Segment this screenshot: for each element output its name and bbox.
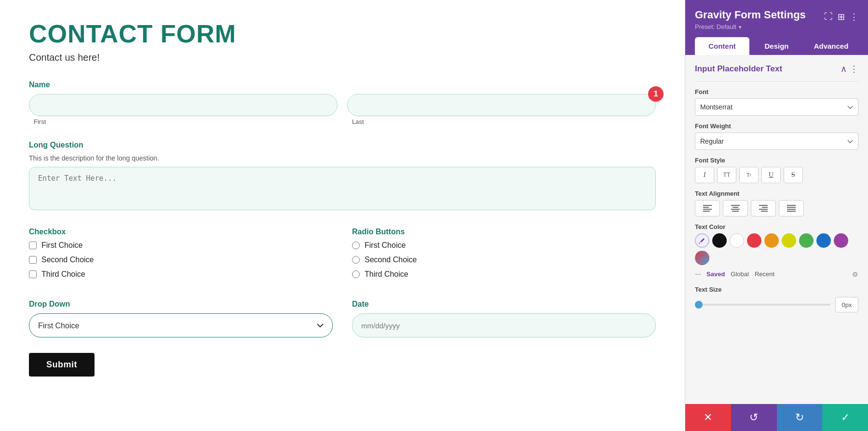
sidebar-preset[interactable]: Preset: Default — [695, 23, 806, 30]
dropdown-select[interactable]: First Choice Second Choice Third Choice — [29, 313, 333, 337]
checkbox-item-3[interactable]: Third Choice — [29, 270, 333, 279]
section-menu-icon[interactable]: ⋮ — [850, 64, 858, 74]
svg-rect-15 — [787, 211, 796, 212]
align-center-btn[interactable] — [723, 200, 748, 216]
color-black[interactable] — [712, 233, 727, 248]
color-tab-recent[interactable]: Recent — [755, 270, 774, 278]
long-question-input[interactable] — [29, 167, 656, 210]
color-red[interactable] — [747, 233, 761, 248]
checkbox-input-2[interactable] — [29, 256, 37, 264]
color-purple[interactable] — [834, 233, 848, 248]
align-left-btn[interactable] — [695, 200, 720, 216]
divider-1 — [695, 81, 858, 81]
long-question-desc: This is the description for the long que… — [29, 154, 656, 162]
color-blue[interactable] — [816, 233, 831, 248]
dropdown-label: Drop Down — [29, 300, 333, 309]
date-section: Date — [352, 300, 656, 337]
style-italic-btn[interactable]: I — [695, 167, 714, 183]
radio-input-1[interactable] — [352, 242, 360, 249]
text-alignment-label: Text Alignment — [695, 190, 858, 197]
font-style-row: I TT Tr U S — [695, 167, 858, 183]
confirm-button[interactable]: ✓ — [822, 404, 868, 431]
checkbox-choice-3-label: Third Choice — [41, 270, 85, 279]
sidebar-icon-expand[interactable]: ⛶ — [824, 12, 833, 22]
text-size-slider[interactable] — [695, 304, 830, 306]
style-smallcaps-btn[interactable]: Tr — [739, 167, 759, 183]
svg-rect-13 — [787, 207, 796, 208]
color-yellow[interactable] — [782, 233, 796, 248]
tab-design[interactable]: Design — [749, 37, 804, 55]
date-input[interactable] — [352, 313, 656, 337]
font-label: Font — [695, 88, 858, 95]
first-name-field: First — [29, 94, 338, 125]
align-right-btn[interactable] — [751, 200, 776, 216]
svg-rect-3 — [703, 211, 710, 212]
reset-button[interactable]: ↺ — [731, 404, 777, 431]
text-size-value: 0px — [835, 297, 858, 312]
sidebar: Gravity Form Settings Preset: Default ⛶ … — [685, 0, 868, 431]
collapse-icon[interactable]: ∧ — [841, 64, 847, 74]
sidebar-icon-dots[interactable]: ⋮ — [850, 12, 858, 22]
dropdown-section: Drop Down First Choice Second Choice Thi… — [29, 300, 333, 337]
checkbox-choice-1-label: First Choice — [41, 241, 82, 250]
color-orange[interactable] — [764, 233, 779, 248]
form-area: CONTACT FORM Contact us here! Name First… — [0, 0, 685, 431]
first-name-input[interactable] — [29, 94, 338, 116]
color-tabs: ··· Saved Global Recent ⚙ — [695, 269, 858, 279]
svg-rect-11 — [761, 211, 768, 212]
style-allcaps-btn[interactable]: TT — [717, 167, 736, 183]
long-question-section: Long Question This is the description fo… — [29, 141, 656, 212]
cancel-button[interactable]: ✕ — [685, 404, 731, 431]
style-strikethrough-btn[interactable]: S — [784, 167, 803, 183]
checkbox-input-1[interactable] — [29, 242, 37, 249]
sidebar-title: Gravity Form Settings — [695, 9, 806, 21]
submit-button[interactable]: Submit — [29, 353, 95, 377]
svg-rect-14 — [787, 209, 796, 210]
color-tab-saved[interactable]: Saved — [706, 270, 725, 278]
font-weight-label: Font Weight — [695, 122, 858, 130]
section-header: Input Placeholder Text ∧ ⋮ — [695, 64, 858, 74]
name-row: First Last 1 — [29, 94, 656, 125]
color-tab-global[interactable]: Global — [731, 270, 749, 278]
style-underline-btn[interactable]: U — [761, 167, 781, 183]
color-green[interactable] — [799, 233, 814, 248]
radio-choice-3-label: Third Choice — [365, 270, 408, 279]
font-weight-select[interactable]: Regular Bold Light — [695, 133, 858, 150]
align-justify-btn[interactable] — [779, 200, 804, 216]
checkbox-choice-2-label: Second Choice — [41, 256, 94, 264]
radio-item-1[interactable]: First Choice — [352, 241, 656, 250]
color-gradient[interactable] — [695, 251, 709, 265]
svg-rect-2 — [703, 209, 712, 210]
first-sublabel: First — [29, 118, 338, 125]
radio-choice-1-label: First Choice — [365, 241, 406, 250]
radio-choice-2-label: Second Choice — [365, 256, 417, 264]
checkbox-item-2[interactable]: Second Choice — [29, 256, 333, 264]
last-name-input[interactable] — [347, 94, 656, 116]
svg-rect-10 — [759, 209, 768, 210]
color-white[interactable] — [730, 233, 744, 248]
tab-advanced[interactable]: Advanced — [804, 37, 858, 55]
eyedropper-btn[interactable] — [695, 233, 709, 248]
align-row — [695, 200, 858, 216]
font-style-label: Font Style — [695, 157, 858, 164]
checkbox-radio-row: Checkbox First Choice Second Choice Thir… — [29, 228, 656, 284]
tab-content[interactable]: Content — [695, 37, 749, 55]
section-title: Input Placeholder Text — [695, 64, 782, 74]
color-settings-icon[interactable]: ⚙ — [852, 270, 858, 278]
refresh-button[interactable]: ↻ — [777, 404, 823, 431]
svg-rect-7 — [732, 211, 739, 212]
svg-rect-5 — [732, 207, 738, 208]
svg-rect-1 — [703, 207, 709, 208]
radio-item-2[interactable]: Second Choice — [352, 256, 656, 264]
sidebar-icon-columns[interactable]: ⊞ — [838, 12, 845, 22]
radio-input-3[interactable] — [352, 270, 360, 278]
checkbox-item-1[interactable]: First Choice — [29, 241, 333, 250]
radio-item-3[interactable]: Third Choice — [352, 270, 656, 279]
color-more-btn[interactable]: ··· — [695, 269, 701, 279]
checkbox-input-3[interactable] — [29, 270, 37, 278]
form-subtitle: Contact us here! — [29, 52, 656, 63]
submit-section: Submit — [29, 353, 656, 377]
font-select[interactable]: Montserrat Arial Roboto — [695, 98, 858, 116]
radio-input-2[interactable] — [352, 256, 360, 264]
long-question-label: Long Question — [29, 141, 656, 149]
